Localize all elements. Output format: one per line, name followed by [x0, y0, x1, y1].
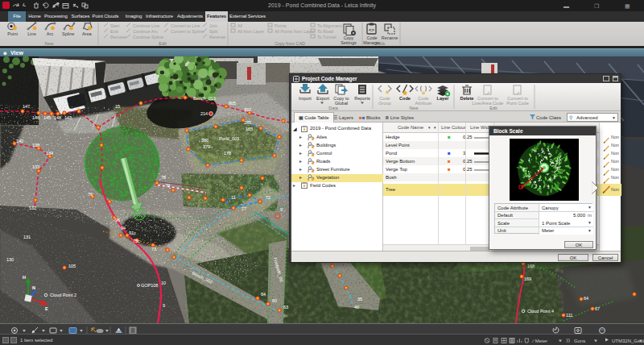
- svg-text:169: 169: [524, 276, 531, 281]
- svg-text:134: 134: [46, 151, 53, 156]
- svg-text:40: 40: [354, 305, 359, 310]
- svg-text:185: 185: [244, 120, 251, 125]
- svg-text:Points: Points: [275, 23, 287, 28]
- svg-text:147: 147: [23, 104, 30, 109]
- svg-text:To Road: To Road: [317, 29, 333, 34]
- svg-text:168: 168: [527, 264, 535, 268]
- svg-text:End: End: [110, 29, 118, 34]
- svg-text:10: 10: [161, 281, 166, 285]
- svg-text:805: 805: [229, 101, 236, 106]
- svg-text:145: 145: [43, 115, 51, 120]
- svg-text:132: 132: [29, 206, 36, 210]
- svg-text:11: 11: [231, 195, 236, 200]
- svg-text:Code: Code: [399, 96, 411, 101]
- svg-text:131: 131: [23, 235, 31, 239]
- svg-text:Import: Import: [299, 96, 312, 101]
- svg-text:Convert to Line: Convert to Line: [171, 23, 200, 28]
- svg-text:Layer: Layer: [437, 96, 450, 101]
- svg-text:H: H: [23, 275, 26, 280]
- svg-text:∕ Meter: ∕ Meter: [531, 339, 547, 343]
- svg-text:9: 9: [280, 207, 283, 212]
- svg-text:379: 379: [203, 144, 210, 149]
- svg-text:78: 78: [161, 175, 166, 180]
- svg-text:E: E: [45, 306, 48, 311]
- svg-text:Global: Global: [335, 101, 348, 106]
- svg-text:133: 133: [32, 164, 39, 169]
- svg-text:148: 148: [54, 115, 61, 120]
- svg-text:91c: 91c: [129, 231, 136, 235]
- svg-text:Area: Area: [82, 31, 93, 36]
- svg-text:Group: Group: [378, 101, 391, 106]
- svg-text:94: 94: [121, 226, 126, 231]
- svg-text:N: N: [32, 285, 35, 290]
- svg-text:111: 111: [566, 313, 572, 318]
- svg-text:67: 67: [595, 306, 600, 311]
- svg-text:GOP108: GOP108: [141, 283, 158, 288]
- svg-text:214: 214: [200, 111, 208, 116]
- svg-text:Reports: Reports: [354, 96, 370, 101]
- svg-text:Remove: Remove: [110, 35, 126, 39]
- svg-text:Spline: Spline: [62, 31, 75, 36]
- svg-text:165: 165: [246, 127, 253, 131]
- svg-text:96: 96: [115, 218, 120, 222]
- svg-text:73: 73: [151, 247, 156, 251]
- svg-text:All from Layer: All from Layer: [237, 29, 264, 34]
- svg-text:380: 380: [201, 138, 208, 143]
- svg-text:Pond_003: Pond_003: [219, 136, 239, 141]
- svg-text:Line: Line: [27, 31, 36, 36]
- svg-text:75c: 75c: [133, 239, 140, 243]
- svg-text:64: 64: [261, 292, 266, 297]
- svg-text:60: 60: [272, 298, 277, 303]
- svg-text:Continue Line: Continue Line: [133, 23, 159, 28]
- svg-text:Convert to Spline: Convert to Spline: [171, 29, 204, 34]
- svg-text:Continue Spline: Continue Spline: [133, 35, 163, 39]
- svg-text:All Points from Layer: All Points from Layer: [275, 29, 315, 34]
- svg-text:140: 140: [16, 139, 23, 143]
- svg-text:Manager: Manager: [363, 40, 380, 45]
- svg-text:79: 79: [165, 183, 170, 188]
- svg-text:Data: Data: [328, 106, 337, 110]
- svg-text:To Alignment: To Alignment: [317, 23, 342, 28]
- svg-text:Attribute: Attribute: [415, 101, 432, 106]
- svg-text:76: 76: [88, 192, 93, 197]
- svg-text:Join: Join: [209, 23, 217, 28]
- svg-text:Point Code: Point Code: [506, 101, 529, 106]
- svg-text:64: 64: [584, 296, 588, 301]
- svg-text:35: 35: [357, 297, 362, 301]
- svg-text:Cloud Point 2: Cloud Point 2: [50, 293, 76, 297]
- svg-text:Start: Start: [110, 23, 120, 28]
- svg-text:Arc: Arc: [47, 31, 54, 36]
- svg-text:Rename: Rename: [382, 35, 398, 40]
- svg-text:Continue Arc: Continue Arc: [133, 29, 158, 34]
- svg-text:77: 77: [242, 206, 246, 211]
- svg-text:Point: Point: [7, 31, 18, 36]
- svg-text:63: 63: [283, 305, 288, 310]
- svg-text:138: 138: [32, 143, 39, 148]
- svg-text:105: 105: [68, 264, 76, 268]
- svg-text:Line/Area Code: Line/Area Code: [473, 101, 504, 106]
- svg-text:<>: <>: [369, 27, 375, 32]
- svg-text:Cloud Point 4: Cloud Point 4: [527, 309, 554, 314]
- svg-text:146: 146: [32, 115, 39, 120]
- svg-text:To Tunnel: To Tunnel: [317, 35, 336, 39]
- svg-text:Export: Export: [316, 96, 330, 101]
- svg-text:130: 130: [6, 257, 14, 262]
- svg-text:178: 178: [224, 151, 231, 156]
- svg-text:15: 15: [115, 104, 120, 109]
- svg-text:Settings: Settings: [341, 40, 357, 45]
- svg-text:143: 143: [64, 115, 72, 120]
- svg-text:Gons: Gons: [574, 339, 585, 343]
- svg-text:UTM32N_Geoid: UTM32N_Geoid: [612, 339, 644, 343]
- svg-text:9: 9: [163, 303, 165, 308]
- svg-text:Reverse: Reverse: [209, 35, 225, 39]
- svg-text:Edit: Edit: [489, 106, 497, 110]
- svg-text:302: 302: [244, 107, 251, 112]
- svg-text:Split: Split: [209, 29, 218, 34]
- svg-text:New: New: [410, 106, 419, 110]
- svg-text:Bench_013: Bench_013: [193, 96, 216, 101]
- svg-text:72: 72: [266, 195, 270, 200]
- svg-text:All: All: [237, 23, 242, 28]
